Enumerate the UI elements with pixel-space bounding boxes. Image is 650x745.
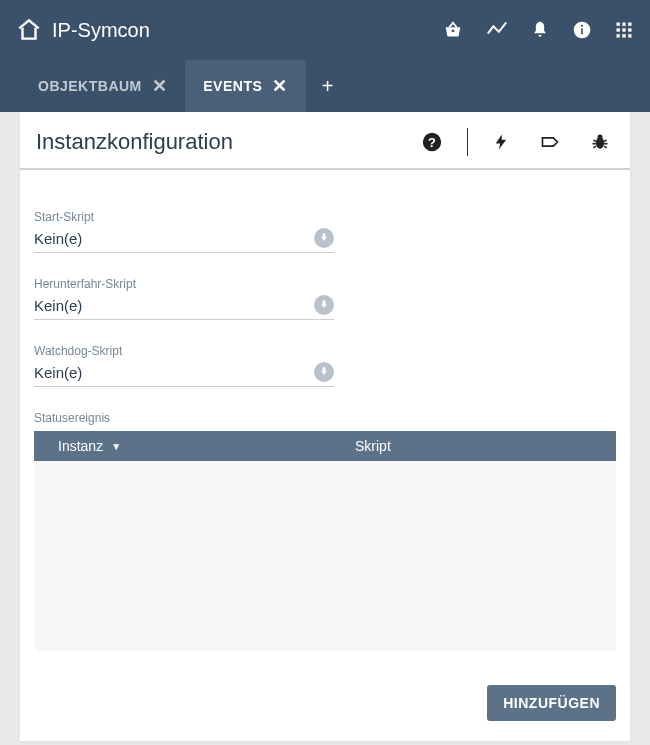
app-title: IP-Symcon bbox=[52, 19, 150, 42]
apps-grid-icon[interactable] bbox=[614, 20, 634, 40]
config-panel: Instanzkonfiguration ? bbox=[20, 112, 630, 741]
svg-line-21 bbox=[593, 146, 596, 148]
svg-point-3 bbox=[581, 25, 583, 27]
start-script-field: Start-Skript Kein(e) bbox=[34, 210, 334, 253]
tab-events[interactable]: EVENTS ✕ bbox=[185, 60, 306, 112]
sort-down-icon: ▼ bbox=[111, 441, 121, 452]
select-icon[interactable] bbox=[314, 295, 334, 315]
svg-point-0 bbox=[452, 30, 455, 33]
svg-line-22 bbox=[604, 146, 607, 148]
svg-rect-8 bbox=[622, 28, 625, 31]
svg-point-16 bbox=[598, 135, 603, 140]
table-body bbox=[34, 461, 616, 651]
table-header: Instanz ▼ Skript bbox=[34, 431, 616, 461]
svg-rect-12 bbox=[628, 34, 631, 37]
info-icon[interactable] bbox=[572, 20, 592, 40]
form-body: Start-Skript Kein(e) Herunterfahr-Skript… bbox=[20, 170, 630, 671]
field-value[interactable]: Kein(e) bbox=[34, 297, 314, 314]
panel-title: Instanzkonfiguration bbox=[36, 129, 421, 155]
svg-rect-6 bbox=[628, 23, 631, 26]
add-tab-button[interactable]: + bbox=[306, 60, 350, 112]
field-label: Start-Skript bbox=[34, 210, 334, 224]
watchdog-script-field: Watchdog-Skript Kein(e) bbox=[34, 344, 334, 387]
tabs-bar: OBJEKTBAUM ✕ EVENTS ✕ + bbox=[0, 60, 650, 112]
svg-rect-7 bbox=[617, 28, 620, 31]
svg-rect-4 bbox=[617, 23, 620, 26]
app-header: IP-Symcon bbox=[0, 0, 650, 60]
bell-icon[interactable] bbox=[530, 20, 550, 40]
basket-icon[interactable] bbox=[442, 19, 464, 41]
svg-rect-9 bbox=[628, 28, 631, 31]
svg-rect-2 bbox=[581, 28, 583, 34]
tab-label: EVENTS bbox=[203, 78, 262, 94]
bolt-icon[interactable] bbox=[492, 131, 510, 153]
bug-icon[interactable] bbox=[590, 132, 610, 152]
svg-rect-11 bbox=[622, 34, 625, 37]
field-label: Watchdog-Skript bbox=[34, 344, 334, 358]
help-icon[interactable]: ? bbox=[421, 131, 443, 153]
add-button[interactable]: HINZUFÜGEN bbox=[487, 685, 616, 721]
divider bbox=[467, 128, 468, 156]
svg-rect-5 bbox=[622, 23, 625, 26]
select-icon[interactable] bbox=[314, 362, 334, 382]
shutdown-script-field: Herunterfahr-Skript Kein(e) bbox=[34, 277, 334, 320]
field-value[interactable]: Kein(e) bbox=[34, 364, 314, 381]
field-label: Herunterfahr-Skript bbox=[34, 277, 334, 291]
svg-line-17 bbox=[593, 140, 596, 141]
svg-text:?: ? bbox=[428, 135, 436, 150]
svg-line-18 bbox=[604, 140, 607, 141]
status-event-label: Statusereignis bbox=[34, 411, 616, 425]
column-script[interactable]: Skript bbox=[325, 438, 616, 454]
panel-footer: HINZUFÜGEN bbox=[20, 671, 630, 741]
tab-label: OBJEKTBAUM bbox=[38, 78, 142, 94]
activity-icon[interactable] bbox=[486, 19, 508, 41]
tag-icon[interactable] bbox=[538, 132, 562, 152]
close-icon[interactable]: ✕ bbox=[272, 77, 288, 95]
header-actions bbox=[442, 19, 634, 41]
field-value[interactable]: Kein(e) bbox=[34, 230, 314, 247]
column-instance[interactable]: Instanz ▼ bbox=[34, 438, 325, 454]
close-icon[interactable]: ✕ bbox=[152, 77, 168, 95]
home-icon bbox=[16, 17, 42, 43]
tab-objektbaum[interactable]: OBJEKTBAUM ✕ bbox=[20, 60, 185, 112]
panel-header: Instanzkonfiguration ? bbox=[20, 112, 630, 170]
select-icon[interactable] bbox=[314, 228, 334, 248]
logo-area: IP-Symcon bbox=[16, 17, 150, 43]
svg-rect-10 bbox=[617, 34, 620, 37]
